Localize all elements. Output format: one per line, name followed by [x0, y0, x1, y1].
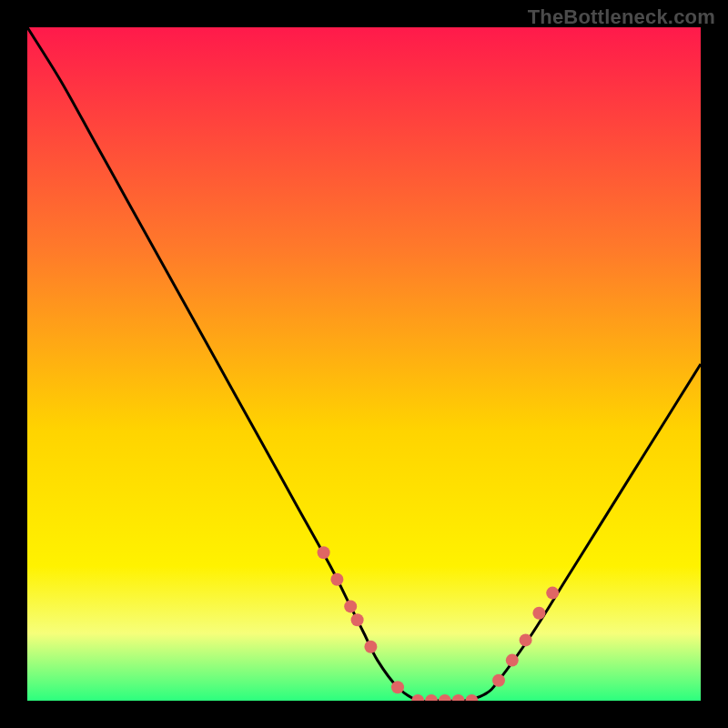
marker-dot: [364, 641, 377, 653]
chart-stage: TheBottleneck.com: [0, 0, 728, 728]
marker-dot: [318, 546, 330, 559]
marker-dot: [425, 694, 438, 701]
marker-dot: [532, 607, 545, 620]
marker-dot: [411, 694, 424, 701]
chart-overlay: [27, 27, 701, 701]
marker-dot: [452, 694, 465, 701]
marker-dot: [344, 600, 357, 612]
marker-dot: [391, 681, 404, 693]
marker-dot: [465, 694, 478, 701]
marker-dot: [330, 573, 343, 586]
marker-dot: [439, 694, 451, 701]
marker-dot: [351, 613, 364, 626]
marker-dot: [546, 587, 559, 600]
bottleneck-curve-path: [27, 27, 701, 701]
watermark-text: TheBottleneck.com: [528, 5, 715, 29]
plot-area: [27, 27, 701, 701]
marker-dot: [506, 654, 519, 667]
marker-dot: [520, 633, 532, 646]
marker-dot: [492, 674, 505, 687]
marker-group: [318, 546, 560, 701]
